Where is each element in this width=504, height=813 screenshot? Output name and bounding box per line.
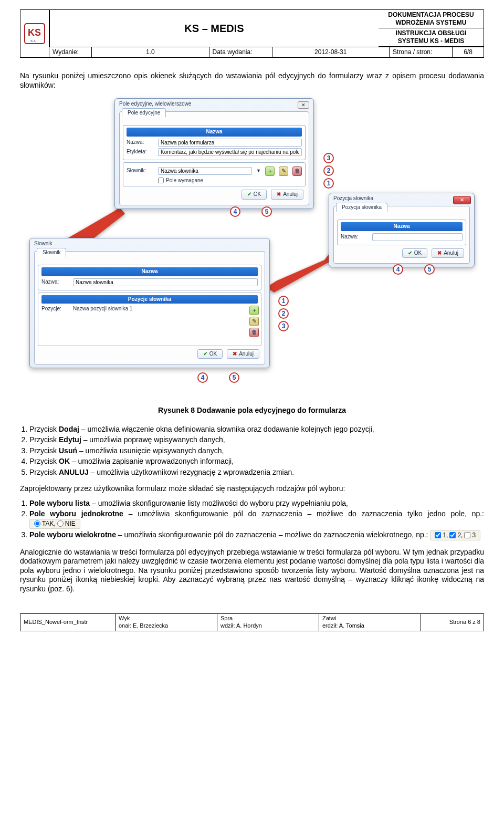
radio-nie[interactable] [57, 520, 64, 527]
check-icon: ✔ [203, 351, 207, 358]
tab-pole-edycyjne[interactable]: Pole edycyjne [122, 108, 166, 118]
ok-button[interactable]: ✔OK [197, 349, 223, 359]
callout-3: 3 [278, 321, 289, 331]
cancel-button[interactable]: ✖Anuluj [271, 190, 303, 200]
wydanie-value: 1.0 [91, 47, 209, 57]
strona-label: Strona / stron: [389, 47, 452, 57]
callout-3: 3 [323, 153, 334, 163]
paragraph: Zaprojektowany przez użytkownika formula… [20, 484, 484, 494]
close-icon[interactable]: ✕ [453, 196, 471, 204]
callout-4: 4 [393, 264, 403, 275]
input-etykieta[interactable] [158, 148, 302, 156]
input-slownik[interactable] [158, 167, 252, 175]
ok-button[interactable]: ✔OK [402, 248, 427, 258]
add-button[interactable]: ＋ [249, 306, 259, 315]
check-3[interactable] [464, 532, 470, 538]
dropdown-icon[interactable]: ▼ [256, 168, 261, 174]
list-item: Pole wyboru lista – umożliwia skonfiguro… [29, 499, 484, 508]
doc-id: MEDIS_NoweForm_Instr [20, 614, 115, 631]
paragraph: Analogicznie do wstawiania w treści form… [20, 548, 484, 594]
check-2[interactable] [449, 532, 456, 538]
cancel-button[interactable]: ✖Anuluj [227, 349, 259, 359]
tab-slownik[interactable]: Słownik [37, 248, 66, 257]
edit-button[interactable]: ✎ [279, 166, 288, 176]
group-header: Pozycje słownika [41, 295, 258, 304]
x-icon: ✖ [277, 191, 281, 198]
edit-icon: ✎ [252, 318, 257, 325]
group-header: Nazwa [41, 267, 258, 276]
callout-4: 4 [197, 372, 208, 383]
data-value: 2012-08-31 [272, 47, 390, 57]
group-header: Nazwa [341, 222, 463, 231]
list-item: Przycisk ANULUJ – umożliwia użytkownikow… [29, 468, 484, 477]
plus-icon: ＋ [267, 168, 273, 175]
dialog-slownik: Słownik Słownik Nazwa Nazwa: Pozycje sło… [29, 238, 270, 368]
callout-2: 2 [323, 165, 334, 176]
strona-value: 6/8 [452, 47, 484, 57]
check-1[interactable] [435, 532, 441, 538]
approver-cell: Zatwierdził: A. Tomsia [319, 614, 421, 631]
checkbox-required[interactable] [158, 178, 164, 183]
x-icon: ✖ [437, 250, 442, 257]
label-slownik: Słownik: [127, 168, 154, 174]
label-etykieta: Etykieta: [127, 149, 154, 155]
radio-tak[interactable] [34, 520, 40, 527]
x-icon: ✖ [233, 351, 237, 358]
close-icon[interactable]: ✕ [298, 101, 309, 109]
ok-button[interactable]: ✔OK [242, 190, 267, 200]
dialog-pole-edycyjne: ✕ Pole edycyjne, wielowierszowe Pole edy… [114, 98, 314, 209]
page-number: Strona 6 z 8 [421, 614, 484, 631]
list-item: Nazwa pozycji słownika 1 [73, 306, 258, 312]
svg-text:S.A.: S.A. [30, 39, 37, 43]
svg-text:KS: KS [28, 27, 41, 38]
dialog-pozycja-slownika: ✕ Pozycja słownika Pozycja słownika Nazw… [329, 193, 475, 267]
doc-title-1: DOKUMENTACJA PROCESU WDROŻENIA SYSTEMU [379, 10, 484, 28]
check-icon: ✔ [408, 250, 412, 257]
cancel-button[interactable]: ✖Anuluj [432, 248, 464, 258]
list-item: Przycisk OK – umożliwia zapisanie wprowa… [29, 457, 484, 466]
callout-1: 1 [278, 296, 289, 306]
checkbox-label: Pole wymagane [166, 178, 203, 184]
field-type-list: Pole wyboru lista – umożliwia skonfiguro… [29, 499, 484, 540]
trash-icon: 🗑 [295, 168, 300, 175]
label-nazwa: Nazwa: [341, 234, 368, 241]
label-nazwa: Nazwa: [41, 279, 69, 286]
group-header: Nazwa [127, 128, 302, 137]
checkbox-demo: 1, 2, 3 [430, 530, 480, 540]
brand-title: KS – MEDIS [49, 10, 379, 47]
input-nazwa[interactable] [372, 233, 463, 241]
tab-pozycja[interactable]: Pozycja słownika [336, 203, 387, 212]
radio-demo: TAK, NIE [29, 519, 80, 529]
list-item: Przycisk Usuń – umożliwia usunięcie wpis… [29, 446, 484, 456]
delete-button[interactable]: 🗑 [249, 328, 259, 337]
button-list: Przycisk Dodaj – umożliwia włączenie okn… [29, 425, 484, 477]
check-icon: ✔ [247, 191, 251, 198]
list-item: Pole wyboru wielokrotne – umożliwia skon… [29, 530, 484, 540]
input-nazwa[interactable] [158, 139, 302, 147]
list-item: Przycisk Edytuj – umożliwia poprawę wpis… [29, 435, 484, 445]
input-nazwa[interactable] [73, 278, 258, 286]
figure-screenshot: ✕ Pole edycyjne, wielowierszowe Pole edy… [20, 98, 484, 392]
wydanie-label: Wydanie: [49, 47, 91, 57]
figure-caption: Rysunek 8 Dodawanie pola edycyjnego do f… [20, 406, 484, 415]
trash-icon: 🗑 [251, 329, 257, 336]
add-button[interactable]: ＋ [265, 166, 275, 176]
edit-button[interactable]: ✎ [249, 317, 259, 326]
list-item: Pole wyboru jednokrotne – umożliwia skon… [29, 509, 484, 529]
callout-5: 5 [424, 264, 435, 275]
logo: KS S.A. [20, 10, 49, 57]
reviewer-cell: Sprawdził: A. Hordyn [217, 614, 319, 631]
callout-5: 5 [229, 372, 239, 383]
intro-paragraph: Na rysunku poniżej umieszczono opis okie… [20, 71, 484, 90]
data-label: Data wydania: [209, 47, 272, 57]
delete-button[interactable]: 🗑 [292, 166, 302, 176]
document-header: KS S.A. DOKUMENTACJA PROCESU WDROŻENIA S… [20, 9, 484, 58]
callout-1: 1 [323, 178, 334, 189]
author-cell: Wykonał: E. Brzeziecka [115, 614, 217, 631]
plus-icon: ＋ [251, 307, 257, 314]
label-pozycje: Pozycje: [41, 306, 69, 312]
document-footer: MEDIS_NoweForm_Instr Wykonał: E. Brzezie… [20, 613, 484, 631]
label-nazwa: Nazwa: [127, 139, 154, 146]
callout-4: 4 [230, 206, 240, 217]
list-item: Przycisk Dodaj – umożliwia włączenie okn… [29, 425, 484, 434]
